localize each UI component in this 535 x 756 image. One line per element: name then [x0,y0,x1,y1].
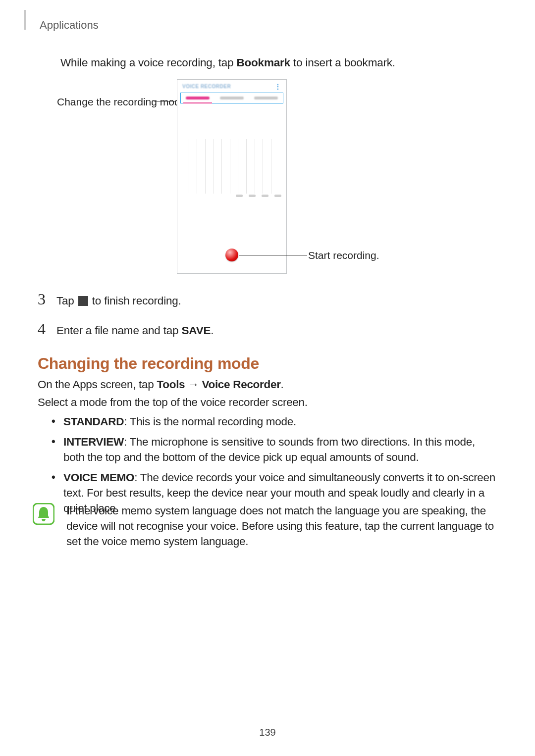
save-bold: SAVE [181,324,211,337]
phone-mockup: VOICE RECORDER ⋮ [177,79,287,274]
breadcrumb: Applications [40,19,99,32]
text: : This is the normal recording mode. [124,415,296,428]
note-bell-icon [33,503,54,525]
recording-mode-tabs [180,93,283,103]
more-icon: ⋮ [274,83,281,91]
step-text: Tap to finish recording. [56,295,181,307]
step-text: Enter a file name and tap SAVE. [56,324,214,337]
phone-app-title: VOICE RECORDER [182,84,231,89]
mode-label: STANDARD [63,415,124,428]
record-button-icon [225,249,238,261]
page-number: 139 [0,727,535,738]
text: : The microphone is sensitive to sounds … [63,436,475,463]
step-4: 4 Enter a file name and tap SAVE. [38,320,214,338]
stop-icon [78,296,88,306]
tab-voicememo [249,93,283,103]
list-item: STANDARD: This is the normal recording m… [50,414,497,429]
paragraph: Select a mode from the top of the voice … [38,396,308,409]
text: Enter a file name and tap [56,324,181,337]
tools-bold: Tools [157,378,185,391]
text: to insert a bookmark. [290,56,395,69]
list-item: INTERVIEW: The microphone is sensitive t… [50,434,497,465]
callout-start-recording: Start recording. [308,250,379,261]
text: On the Apps screen, tap [38,378,157,391]
section-heading: Changing the recording mode [38,354,259,373]
note-block: If the voice memo system language does n… [33,503,497,549]
bookmark-bold: Bookmark [236,56,290,69]
waveform-timecodes [180,195,283,200]
tab-interview [215,93,249,103]
intro-paragraph: While making a voice recording, tap Book… [60,56,395,69]
waveform-area [180,139,283,194]
text: . [281,378,284,391]
text: . [211,324,214,337]
text: While making a voice recording, tap [60,56,236,69]
text: Tap [56,295,77,307]
voicerecorder-bold: Voice Recorder [202,378,280,391]
step-3: 3 Tap to finish recording. [38,290,181,308]
text: to finish recording. [89,295,181,307]
header-rule [24,10,26,30]
mode-label: INTERVIEW [63,436,124,448]
callout-change-mode: Change the recording mode. [57,96,189,108]
paragraph: On the Apps screen, tap Tools → Voice Re… [38,378,284,391]
mode-label: VOICE MEMO [63,471,134,484]
leader-line [239,255,307,255]
tab-standard [181,93,215,103]
leader-line [154,101,176,101]
screenshot-diagram: Change the recording mode. VOICE RECORDE… [59,79,466,277]
note-text: If the voice memo system language does n… [66,503,497,549]
step-number: 3 [38,290,48,308]
step-number: 4 [38,320,48,338]
arrow: → [185,378,202,391]
